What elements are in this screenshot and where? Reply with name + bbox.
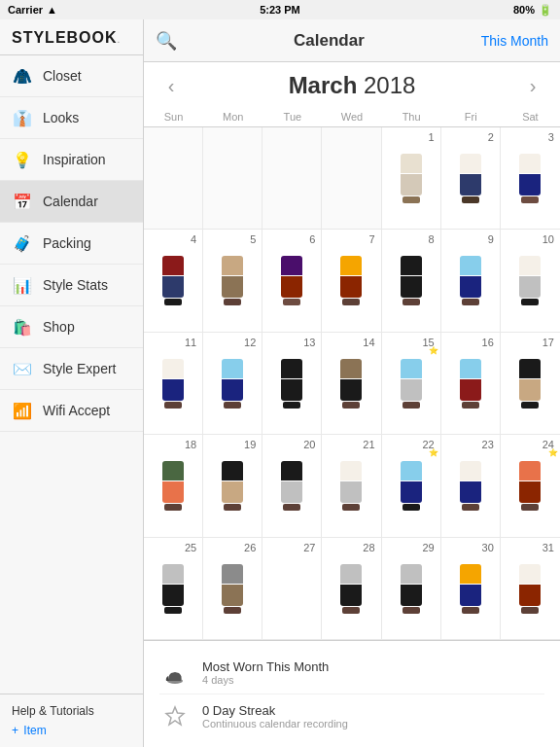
prev-month-button[interactable]: ‹ [159,75,183,97]
calendar-cell-30[interactable]: 30 [441,538,501,640]
calendar-cell-27[interactable]: 27 [262,538,322,640]
outfit-1 [384,145,438,205]
sidebar-item-inspiration[interactable]: 💡 Inspiration [0,139,143,181]
cell-date-23: 23 [443,439,498,450]
sidebar-item-packing[interactable]: 🧳 Packing [0,223,143,265]
calendar-cell-1[interactable]: 1 [382,127,441,230]
sidebar-item-style-expert[interactable]: ✉️ Style Expert [0,348,143,390]
help-tutorials-label[interactable]: Help & Tutorials [12,704,131,718]
sidebar-item-closet[interactable]: 🧥 Closet [0,55,143,97]
cell-date-31: 31 [503,542,558,553]
calendar-cell-19[interactable]: 19 [203,435,262,537]
calendar-cell-28[interactable]: 28 [322,538,381,640]
carrier-label: Carrier [8,4,43,16]
day-header-sat: Sat [501,107,560,126]
calendar-cell-3[interactable]: 3 [501,127,560,230]
outfit-top [401,461,422,480]
outfit-top [519,461,541,480]
calendar-cell-14[interactable]: 14 [322,333,381,435]
streak-title: 0 Day Streak [202,703,544,718]
streak-icon [159,700,191,731]
cell-date-4: 4 [146,233,200,245]
sidebar-item-wifi-accept[interactable]: 📶 Wifi Accept [0,390,143,432]
sidebar-item-looks[interactable]: 👔 Looks [0,97,143,139]
calendar-cell-10[interactable]: 10 [501,230,560,332]
cell-date-9: 9 [443,233,498,245]
calendar-cell-24[interactable]: 24⭐ [501,435,560,537]
outfit-13 [264,350,319,410]
add-item-button[interactable]: + Item [12,724,131,737]
stat-streak: 0 Day Streak Continuous calendar recordi… [159,694,544,737]
outfit-15 [384,350,438,410]
calendar-cell-17[interactable]: 17 [501,333,560,435]
sidebar-item-shop[interactable]: 🛍️ Shop [0,306,143,348]
cell-date-16: 16 [443,337,498,348]
cell-date-3: 3 [503,131,558,143]
calendar-cell-2[interactable]: 2 [441,127,501,230]
sidebar-label-closet: Closet [43,68,82,84]
outfit-7 [324,247,378,307]
calendar-cell-5[interactable]: 5 [203,230,262,332]
calendar-cell-25[interactable]: 25 [144,538,203,640]
wifi-icon: ▲ [47,4,57,16]
status-bar: Carrier ▲ 5:23 PM 80% 🔋 [0,0,560,19]
cell-date-17: 17 [503,337,558,348]
calendar-cell-20[interactable]: 20 [262,435,322,537]
outfit-top [340,256,362,275]
outfit-31 [503,555,558,616]
outfit-28 [324,555,378,616]
outfit-top [460,154,481,173]
sidebar-label-wifi-accept: Wifi Accept [43,403,110,418]
outfit-4 [146,247,200,307]
outfit-top [401,256,422,275]
outfit-top [460,564,481,584]
calendar-cell-29[interactable]: 29 [382,538,441,640]
calendar-cell-13[interactable]: 13 [262,333,322,435]
calendar-cell-11[interactable]: 11 [144,333,203,435]
streak-text: 0 Day Streak Continuous calendar recordi… [202,703,544,729]
calendar-cell-16[interactable]: 16 [441,333,501,435]
sidebar-item-calendar[interactable]: 📅 Calendar [0,181,143,223]
calendar-cell-7[interactable]: 7 [322,230,381,332]
sidebar-label-shop: Shop [43,319,75,335]
calendar-cell-18[interactable]: 18 [144,435,203,537]
calendar-cell-23[interactable]: 23 [441,435,501,537]
calendar-cell-21[interactable]: 21 [322,435,381,537]
sidebar-label-packing: Packing [43,235,91,251]
this-month-button[interactable]: This Month [481,33,548,49]
calendar-cell-empty [144,127,203,230]
app-logo: STYLEBOOK. [0,19,143,55]
sidebar-label-inspiration: Inspiration [43,152,106,167]
cell-date-28: 28 [324,542,378,553]
calendar-cell-4[interactable]: 4 [144,230,203,332]
outfit-12 [205,350,260,410]
packing-icon: 🧳 [12,232,33,254]
calendar-cell-31[interactable]: 31 [501,538,560,640]
calendar-cell-9[interactable]: 9 [441,230,501,332]
outfit-top [222,359,243,378]
sidebar-label-style-stats: Style Stats [43,277,108,293]
calendar-cell-12[interactable]: 12 [203,333,262,435]
cell-date-19: 19 [205,439,260,450]
calendar-area: ‹ March 2018 › SunMonTueWedThuFriSat 123… [144,62,560,747]
outfit-top [162,256,184,275]
calendar-cell-8[interactable]: 8 [382,230,441,332]
outfit-top [519,359,541,378]
calendar-cell-15[interactable]: 15⭐ [382,333,441,435]
next-month-button[interactable]: › [521,75,544,97]
calendar-cell-22[interactable]: 22⭐ [382,435,441,537]
cell-date-5: 5 [205,233,260,245]
add-item-label: Item [23,724,46,737]
calendar-cell-26[interactable]: 26 [203,538,262,640]
outfit-top [281,461,302,480]
search-icon[interactable]: 🔍 [156,30,177,52]
sidebar-item-style-stats[interactable]: 📊 Style Stats [0,265,143,306]
wifi-accept-icon: 📶 [12,400,33,421]
outfit-3 [503,145,558,205]
calendar-cell-6[interactable]: 6 [262,230,322,332]
calendar-cell-empty [262,127,322,230]
style-stats-icon: 📊 [12,274,33,296]
outfit-top [340,564,362,584]
cell-date-26: 26 [205,542,260,553]
outfit-top [162,461,184,480]
